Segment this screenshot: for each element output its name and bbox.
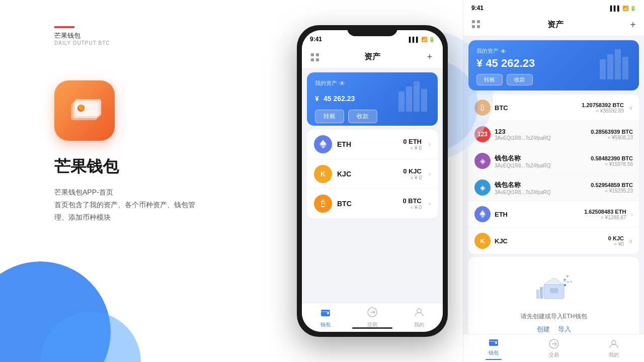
right-kjc-logo: K xyxy=(474,233,491,249)
right-tab-tx-label: 交易 xyxy=(549,351,559,358)
svg-rect-24 xyxy=(477,20,480,23)
svg-rect-19 xyxy=(321,311,330,312)
phone-home-indicator xyxy=(352,327,392,329)
right-coin-wallet2[interactable]: ◈ 钱包名称 3AvEQt1R8...TsZ4fpaRQ 0.52954859 … xyxy=(468,174,639,201)
right-tab-tx[interactable]: 交易 xyxy=(524,338,584,358)
right-tab-me-label: 我的 xyxy=(609,351,619,358)
right-nav-title: 资产 xyxy=(547,20,564,30)
phone-kjc-arrow: › xyxy=(429,170,431,177)
right-eth-arrow: › xyxy=(631,211,633,217)
right-eth-info: ETH xyxy=(495,211,580,218)
phone-asset-amount: ¥ 45 262.23 xyxy=(315,89,430,105)
right-coin-kjc[interactable]: K KJC 0 KJC ≈ ¥0 ∨ xyxy=(468,228,639,254)
right-wallet2-logo: ◈ xyxy=(474,179,491,196)
red-bar xyxy=(54,26,74,28)
app-title: 芒果钱包 xyxy=(54,156,119,178)
right-eth-balance: 1.62508483 ETH ≈ ¥1288.87 xyxy=(584,209,626,220)
right-coin-eth[interactable]: ETH 1.62508483 ETH ≈ ¥1288.87 › xyxy=(468,201,639,228)
right-tab-bar: 钱包 交易 我的 xyxy=(463,334,644,362)
phone-kjc-logo: K xyxy=(314,165,332,183)
svg-marker-15 xyxy=(319,140,327,146)
svg-marker-31 xyxy=(479,210,486,216)
right-eye-icon[interactable]: 👁 xyxy=(501,48,506,54)
phone-transfer-btn[interactable]: 转账 xyxy=(315,110,344,123)
right-me-icon xyxy=(608,338,619,350)
right-tab-me[interactable]: 我的 xyxy=(584,338,644,358)
phone-status-icons: ▌▌▌ 📶 🔋 xyxy=(409,37,435,42)
svg-point-22 xyxy=(417,309,421,313)
top-sub: DAILY OUTPUT BTC xyxy=(54,40,110,46)
right-create-link[interactable]: 创建 xyxy=(537,325,550,334)
right-btc-balance: 1.20758392 BTC ≈ ¥36592.89 xyxy=(582,102,624,114)
right-btc-info: BTC xyxy=(495,104,578,112)
right-grid-icon[interactable] xyxy=(471,20,480,31)
battery-icon: 🔋 xyxy=(429,37,435,42)
middle-panel: 9:41 ▌▌▌ 📶 🔋 资产 + xyxy=(282,0,463,362)
right-receive-btn[interactable]: 收款 xyxy=(507,74,533,85)
right-wallet1-logo: ◈ xyxy=(474,153,491,169)
phone-eye-icon[interactable]: 👁 xyxy=(339,80,345,87)
right-tab-wallet-indicator xyxy=(463,357,524,360)
phone-time: 9:41 xyxy=(310,36,322,43)
svg-rect-25 xyxy=(472,25,475,28)
svg-rect-6 xyxy=(311,58,314,61)
right-coin-list: ₿ BTC 1.20758392 BTC ≈ ¥36592.89 ∨ 123 1… xyxy=(468,95,639,254)
phone-tab-wallet[interactable]: 钱包 xyxy=(302,307,349,328)
svg-rect-26 xyxy=(477,25,480,28)
right-panel: 9:41 ▌▌▌ 📶 🔋 资产 + 我的资产 👁 xyxy=(463,0,644,362)
svg-point-41 xyxy=(567,282,569,283)
right-tab-wallet[interactable]: 钱包 xyxy=(463,336,524,360)
phone-asset-card: 我的资产 👁 ¥ 45 262.23 转账 收款 xyxy=(307,72,438,126)
right-kjc-balance: 0 KJC ≈ ¥0 xyxy=(608,235,624,247)
phone-asset-btns: 转账 收款 xyxy=(315,110,430,123)
right-asset-card: 我的资产 👁 ¥ 45 262.23 转账 收款 xyxy=(468,40,639,90)
phone-coin-btc[interactable]: ₿ BTC 0 BTC ≈ ¥ 0 › xyxy=(307,189,438,218)
phone-nav-bar: 资产 + xyxy=(302,46,443,68)
right-123-balance: 0.28563939 BTC ≈ ¥5908.23 xyxy=(591,129,633,140)
right-coin-wallet1[interactable]: ◈ 钱包名称 3AvEQt1R8...TsZ4fpaRQ 0.58482390 … xyxy=(468,148,639,174)
svg-text:+: + xyxy=(566,274,569,279)
phone-coin-kjc[interactable]: K KJC 0 KJC ≈ ¥ 0 › xyxy=(307,159,438,189)
svg-rect-43 xyxy=(540,287,543,299)
right-import-link[interactable]: 导入 xyxy=(558,325,571,334)
right-asset-amount: ¥ 45 262.23 xyxy=(476,57,631,70)
right-add-icon[interactable]: + xyxy=(630,19,636,31)
right-kjc-info: KJC xyxy=(495,237,604,245)
svg-rect-36 xyxy=(550,288,558,293)
phone-add-icon[interactable]: + xyxy=(424,51,436,63)
phone-tab-tx[interactable]: 交易 xyxy=(349,307,395,328)
svg-point-20 xyxy=(327,312,329,314)
right-coin-btc[interactable]: ₿ BTC 1.20758392 BTC ≈ ¥36592.89 ∨ xyxy=(468,95,639,121)
right-asset-label: 我的资产 👁 xyxy=(476,47,631,55)
right-signal-icon: ▌▌▌ xyxy=(610,6,621,11)
left-panel: 芒果钱包 DAILY OUTPUT BTC 芒果钱包 芒果钱包APP-首页 首页… xyxy=(0,0,282,362)
svg-marker-35 xyxy=(544,278,564,285)
right-status-icons: ▌▌▌ 📶 🔋 xyxy=(610,6,636,11)
svg-point-48 xyxy=(612,340,616,344)
svg-rect-45 xyxy=(489,341,498,342)
svg-rect-7 xyxy=(316,58,319,61)
svg-point-46 xyxy=(495,342,497,344)
phone-tab-bar: 钱包 交易 我的 xyxy=(302,303,443,332)
phone-tab-me[interactable]: 我的 xyxy=(396,307,443,328)
right-empty-text: 请先创建或导入ETH钱包 xyxy=(475,312,632,321)
phone-eth-logo xyxy=(314,135,332,153)
right-wallet-icon xyxy=(488,336,499,348)
right-coin-123[interactable]: 123 123 3AvEQt1R8...TsZ4fpaRQ 0.28563939… xyxy=(468,121,639,148)
phone-screen: 9:41 ▌▌▌ 📶 🔋 资产 + xyxy=(302,30,443,332)
phone-coin-list: ETH 0 ETH ≈ ¥ 0 › K KJC 0 KJC ≈ ¥ 0 › xyxy=(307,130,438,218)
right-status-bar: 9:41 ▌▌▌ 📶 🔋 xyxy=(463,0,644,14)
phone-coin-eth[interactable]: ETH 0 ETH ≈ ¥ 0 › xyxy=(307,130,438,159)
right-transfer-btn[interactable]: 转账 xyxy=(476,74,503,85)
right-wifi-icon: 📶 xyxy=(622,6,628,11)
right-empty-links: 创建 导入 xyxy=(475,325,632,334)
phone-btc-name: BTC xyxy=(337,200,397,208)
phone-kjc-balance: 0 KJC ≈ ¥ 0 xyxy=(403,167,422,180)
right-eth-logo xyxy=(474,206,491,222)
phone-receive-btn[interactable]: 收款 xyxy=(348,110,377,123)
phone-kjc-name: KJC xyxy=(337,170,398,178)
right-123-info: 123 3AvEQt1R8...TsZ4fpaRQ xyxy=(495,128,587,141)
svg-rect-42 xyxy=(536,290,539,299)
phone-grid-icon[interactable] xyxy=(309,51,321,63)
right-battery-icon: 🔋 xyxy=(630,6,636,11)
